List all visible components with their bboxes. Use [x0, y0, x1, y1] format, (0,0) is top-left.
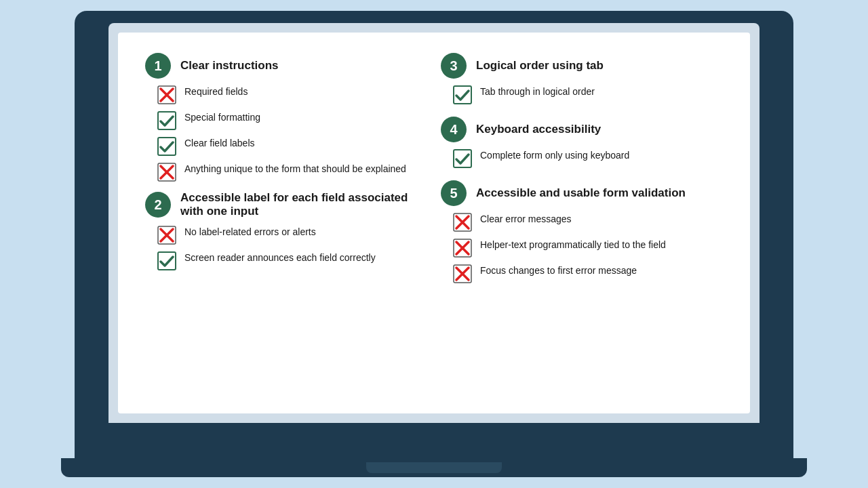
- section-4-checklist: Complete form only using keyboard: [441, 149, 723, 168]
- screen-content: 1 Clear instructions: [118, 33, 750, 413]
- item-text: Tab through in logical order: [480, 85, 595, 98]
- section-5-number: 5: [441, 180, 467, 206]
- section-3-header: 3 Logical order using tab: [441, 53, 723, 79]
- section-4-title: Keyboard accessibility: [476, 123, 601, 136]
- list-item: Tab through in logical order: [453, 85, 723, 104]
- item-text: Focus changes to first error message: [480, 264, 637, 277]
- list-item: Clear field labels: [157, 137, 427, 156]
- unchecked-icon: [157, 226, 176, 245]
- list-item: Required fields: [157, 85, 427, 104]
- section-1-checklist: Required fields Special formatting: [145, 85, 427, 182]
- list-item: Screen reader announces each field corre…: [157, 251, 427, 270]
- checked-icon: [157, 251, 176, 270]
- section-1-title: Clear instructions: [180, 59, 279, 73]
- section-1-header: 1 Clear instructions: [145, 53, 427, 79]
- laptop-wrapper: 1 Clear instructions: [61, 11, 807, 477]
- unchecked-icon: [453, 239, 472, 258]
- section-2-number: 2: [145, 192, 171, 218]
- unchecked-icon: [453, 213, 472, 232]
- section-3-title: Logical order using tab: [476, 59, 604, 73]
- checked-icon: [453, 85, 472, 104]
- list-item: Complete form only using keyboard: [453, 149, 723, 168]
- section-5-title: Accessible and usable form validation: [476, 186, 686, 200]
- item-text: Complete form only using keyboard: [480, 149, 629, 162]
- section-4-number: 4: [441, 117, 467, 142]
- section-3: 3 Logical order using tab: [441, 53, 723, 104]
- checked-icon: [157, 111, 176, 130]
- section-2-header: 2 Accessible label for each field associ…: [145, 191, 427, 219]
- section-2: 2 Accessible label for each field associ…: [145, 191, 427, 270]
- section-4-header: 4 Keyboard accessibility: [441, 117, 723, 142]
- section-1: 1 Clear instructions: [145, 53, 427, 182]
- checked-icon: [157, 137, 176, 156]
- section-4: 4 Keyboard accessibility: [441, 117, 723, 168]
- checked-icon: [453, 149, 472, 168]
- right-column: 3 Logical order using tab: [441, 53, 723, 393]
- item-text: Special formatting: [184, 111, 260, 124]
- unchecked-icon: [157, 85, 176, 104]
- laptop-base-notch: [366, 462, 502, 473]
- item-text: No label-related errors or alerts: [184, 226, 316, 239]
- section-2-title: Accessible label for each field associat…: [180, 191, 427, 219]
- section-5: 5 Accessible and usable form validation: [441, 180, 723, 283]
- section-3-checklist: Tab through in logical order: [441, 85, 723, 104]
- list-item: Focus changes to first error message: [453, 264, 723, 283]
- section-3-number: 3: [441, 53, 467, 79]
- item-text: Required fields: [184, 85, 248, 98]
- item-text: Clear field labels: [184, 137, 255, 150]
- list-item: Special formatting: [157, 111, 427, 130]
- list-item: Helper-text programmatically tied to the…: [453, 239, 723, 258]
- item-text: Screen reader announces each field corre…: [184, 251, 376, 264]
- unchecked-icon: [157, 163, 176, 182]
- list-item: Anything unique to the form that should …: [157, 163, 427, 182]
- laptop-base: [61, 458, 807, 477]
- section-5-header: 5 Accessible and usable form validation: [441, 180, 723, 206]
- left-column: 1 Clear instructions: [145, 53, 427, 393]
- laptop-outer: 1 Clear instructions: [75, 11, 793, 458]
- list-item: Clear error messages: [453, 213, 723, 232]
- unchecked-icon: [453, 264, 472, 283]
- item-text: Clear error messages: [480, 213, 572, 226]
- item-text: Anything unique to the form that should …: [184, 163, 406, 176]
- section-5-checklist: Clear error messages: [441, 213, 723, 283]
- item-text: Helper-text programmatically tied to the…: [480, 239, 666, 251]
- list-item: No label-related errors or alerts: [157, 226, 427, 245]
- section-1-number: 1: [145, 53, 171, 79]
- section-2-checklist: No label-related errors or alerts Screen: [145, 226, 427, 270]
- screen-bezel: 1 Clear instructions: [108, 23, 760, 423]
